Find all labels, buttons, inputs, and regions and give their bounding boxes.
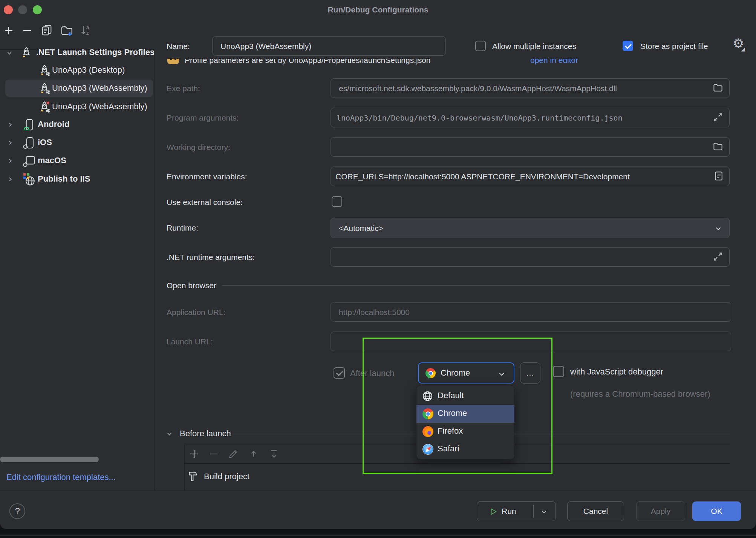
publish-globe-icon [22,172,35,186]
tree-item-label: UnoApp3 (Desktop) [52,65,125,75]
store-as-project-file-checkbox[interactable] [623,41,633,51]
screenshot-root: Run/Debug Configurations [0,0,756,538]
help-button[interactable]: ? [9,503,25,519]
environment-variables-value: CORE_URLS=http://localhost:5000 ASPNETCO… [335,171,630,182]
exe-path-value: es/microsoft.net.sdk.webassembly.pack/9.… [339,83,617,93]
copy-configuration-icon[interactable] [41,24,53,36]
tree-row-unoapp3-webassembly-error[interactable]: UnoApp3 (WebAssembly) [0,98,154,116]
hammer-icon [187,470,199,482]
footer-separator [0,491,756,491]
sidebar-border [154,49,155,491]
edit-configuration-templates-link[interactable]: Edit configuration templates... [6,472,116,482]
chevron-right-icon[interactable] [7,176,14,183]
with-js-debugger-checkbox[interactable] [553,366,564,377]
expand-icon[interactable] [712,112,724,123]
tree-item-label: UnoApp3 (WebAssembly) [52,83,147,93]
tree-item-label: .NET Launch Settings Profiles [36,47,154,58]
tree-row-ios[interactable]: iOS [0,134,154,151]
runtime-label: Runtime: [167,223,198,233]
svg-text:z: z [86,30,89,36]
tree-row-root[interactable]: .NET Launch Settings Profiles [0,44,154,61]
sidebar: a z .NET Launch Settings Profiles [0,0,154,491]
warning-row-clip: Profile parameters are set by UnoApp3/Pr… [162,59,592,72]
cancel-button[interactable]: Cancel [567,501,624,521]
runtime-select[interactable] [331,218,730,238]
svg-text:a: a [86,24,89,30]
application-url-label: Application URL: [167,307,225,317]
tree-row-android[interactable]: Android [0,116,154,133]
launch-url-label: Launch URL: [167,336,213,347]
android-phone-icon [23,118,35,131]
environment-variables-label: Environment variables: [167,171,247,182]
run-button-label: Run [502,507,516,516]
net-runtime-arguments-input[interactable] [331,247,730,267]
chevron-down-icon[interactable] [715,225,722,232]
chevron-down-icon[interactable] [540,508,548,515]
open-browser-section-line [222,285,730,286]
js-debugger-note: (requires a Chromium-based browser) [570,389,710,399]
rocket-config-icon [38,64,51,76]
program-arguments-value: lnoApp3/bin/Debug/net9.0-browserwasm/Uno… [337,113,623,123]
ios-phone-icon [23,136,35,149]
before-launch-task-label: Build project [204,471,249,481]
working-directory-input[interactable] [331,137,730,157]
edit-task-pencil-icon[interactable] [228,448,239,460]
program-arguments-label: Program arguments: [167,113,239,123]
with-js-debugger-label: with JavaScript debugger [570,367,663,377]
play-icon [489,507,497,516]
store-as-project-file-label: Store as project file [640,41,708,51]
name-input-value: UnoApp3 (WebAssembly) [220,41,311,51]
allow-multiple-instances-checkbox[interactable] [475,41,486,51]
chevron-right-icon[interactable] [7,121,14,128]
run-button[interactable]: Run [477,501,556,521]
chevron-right-icon[interactable] [7,157,14,164]
add-configuration-button[interactable] [3,25,14,36]
use-external-console-checkbox[interactable] [332,196,342,207]
net-runtime-arguments-label: .NET runtime arguments: [167,252,255,262]
chevron-down-icon[interactable] [6,50,13,57]
tree-item-label: Publish to IIS [38,174,90,184]
tree-row-publish-to-iis[interactable]: Publish to IIS [0,170,154,188]
new-folder-icon[interactable] [60,24,73,37]
use-external-console-label: Use external console: [167,197,243,207]
exe-path-label: Exe path: [167,83,200,93]
tree-row-macos[interactable]: macOS [0,152,154,170]
warning-icon [167,59,179,64]
expand-icon[interactable] [712,251,724,262]
after-launch-checkbox[interactable] [334,367,345,379]
folder-icon[interactable] [712,141,724,152]
before-launch-section-label: Before launch [180,428,231,439]
open-browser-section-label: Open browser [167,280,216,290]
annotation-highlight-rectangle [363,338,552,474]
tree-item-label: iOS [38,137,52,148]
remove-configuration-button[interactable] [21,25,33,36]
remove-task-button[interactable] [208,448,219,460]
sidebar-horizontal-scrollbar[interactable] [0,457,99,462]
move-down-icon[interactable] [268,448,280,460]
rocket-config-icon [20,47,32,59]
tree-row-unoapp3-webassembly-selected[interactable]: UnoApp3 (WebAssembly) [0,79,154,97]
folder-icon[interactable] [712,82,724,93]
rocket-config-icon [38,83,51,95]
name-label: Name: [167,41,190,51]
chevron-right-icon[interactable] [7,139,14,146]
apply-button[interactable]: Apply [636,501,685,521]
open-in-editor-link[interactable]: open in editor [530,59,578,65]
backdrop-window-edge [0,535,756,536]
rocket-config-error-icon [38,101,51,113]
mac-display-icon [23,154,35,167]
run-split-divider [533,505,534,518]
allow-multiple-instances-label: Allow multiple instances [492,41,576,51]
chevron-down-icon[interactable] [166,430,173,437]
sort-alphabetically-icon[interactable]: a z [80,24,92,36]
runtime-select-value: <Automatic> [339,223,383,233]
gear-icon[interactable]: ⚙◢ [733,37,748,53]
application-url-value: http://localhost:5000 [339,307,410,317]
add-task-button[interactable] [188,448,200,460]
list-icon[interactable] [713,170,724,182]
tree-item-label: Android [38,119,69,130]
tree-row-unoapp3-desktop[interactable]: UnoApp3 (Desktop) [0,61,154,79]
tree-item-label: macOS [38,155,66,166]
ok-button[interactable]: OK [692,501,741,521]
move-up-icon[interactable] [248,448,259,460]
